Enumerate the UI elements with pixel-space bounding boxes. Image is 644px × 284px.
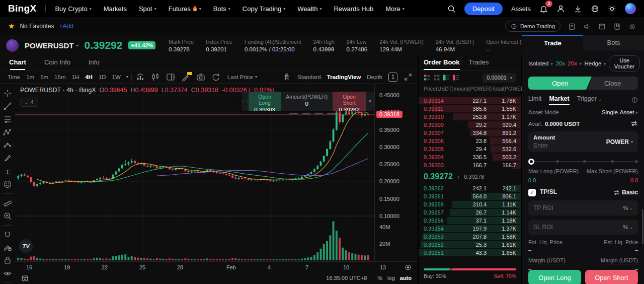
bid-row[interactable]: 0.39253207.81.58K <box>419 233 521 241</box>
sl-unit-selector[interactable]: %⌄ <box>623 224 633 230</box>
eye-icon[interactable] <box>2 268 13 278</box>
futures-doc-icon[interactable] <box>568 23 576 30</box>
precision-selector[interactable]: 0.00001 ▾ <box>482 73 516 83</box>
info-icon[interactable] <box>631 97 638 103</box>
bid-row[interactable]: 0.3925143.31.65K <box>419 249 521 257</box>
tpsl-mode-toggle[interactable]: Basic <box>613 189 638 196</box>
brand-logo[interactable]: BingX <box>8 3 36 14</box>
order-type-trigger[interactable]: Trigger ⌄ <box>577 95 602 104</box>
text-icon[interactable]: T <box>2 166 13 176</box>
ask-row[interactable]: 0.39303166.7166.7 <box>419 161 521 169</box>
nav-item-rewards-hub[interactable]: Rewards Hub <box>334 5 373 13</box>
forecast-icon[interactable] <box>2 140 13 151</box>
bid-row[interactable]: 0.39261564.0806.1 <box>419 192 521 200</box>
crosshair-icon[interactable] <box>2 88 13 98</box>
trendline-icon[interactable] <box>2 101 13 111</box>
amount-unit-selector[interactable]: POWER▾ <box>606 138 633 146</box>
mode-tradingview[interactable]: TradingView <box>327 74 361 80</box>
tradingview-logo[interactable]: TV <box>19 239 33 253</box>
mode-standard[interactable]: Standard <box>297 74 321 80</box>
reset-icon[interactable] <box>210 72 221 82</box>
brush-icon[interactable] <box>2 153 13 163</box>
ask-row[interactable]: 0.39314227.11.78K <box>419 97 521 105</box>
widget-amount[interactable]: Amount(POWER) 0 <box>281 92 333 111</box>
nav-item-copy-trading[interactable]: Copy Trading▾ <box>243 5 285 13</box>
avatar[interactable] <box>625 3 636 14</box>
orderbook-layout-both-icon[interactable] <box>424 74 431 81</box>
tab-coin-info[interactable]: Coin Info <box>44 58 70 70</box>
demo-trading-pill[interactable]: Demo Trading <box>505 21 560 32</box>
auto-scale-toggle[interactable]: auto <box>400 275 412 281</box>
announcement-icon[interactable] <box>583 23 591 30</box>
zoom-icon[interactable] <box>2 211 13 221</box>
close-icon[interactable]: × <box>366 92 374 111</box>
candlestick-plot[interactable]: POWERUSDT · 4h · BingX O0.39645 H0.43999… <box>15 84 374 261</box>
slider-handle[interactable] <box>528 159 534 165</box>
assets-link[interactable]: Assets <box>511 5 531 13</box>
camera-icon[interactable] <box>195 72 206 82</box>
order-type-market[interactable]: Market <box>549 95 569 104</box>
mode-depth[interactable]: Depth <box>367 74 382 80</box>
bid-row[interactable]: 0.39254197.91.37K <box>419 225 521 233</box>
nav-item-wealth[interactable]: Wealth▾ <box>297 5 321 13</box>
draw-icon[interactable] <box>180 72 191 82</box>
magnet-icon[interactable] <box>2 230 13 240</box>
indicators-collapse-chip[interactable]: ⌄4 <box>20 98 38 107</box>
download-app-icon[interactable] <box>574 5 582 13</box>
ask-row[interactable]: 0.39304336.5503.2 <box>419 153 521 161</box>
ask-row[interactable]: 0.3930929.2920.4 <box>419 121 521 129</box>
nav-item-bots[interactable]: Bots▾ <box>213 5 230 13</box>
bid-row[interactable]: 0.39262242.1242.1 <box>419 184 521 192</box>
nav-item-spot[interactable]: Spot▾ <box>139 5 156 13</box>
ask-row[interactable]: 0.39307334.8891.2 <box>419 129 521 137</box>
interval-1h[interactable]: 1H <box>69 73 82 81</box>
bid-row[interactable]: 0.3925225.31.61K <box>419 241 521 249</box>
percent-scale-toggle[interactable]: % <box>377 275 382 281</box>
scrollbar-thumb[interactable] <box>642 209 643 244</box>
goto-date-icon[interactable] <box>21 274 29 282</box>
interval-5m[interactable]: 5m <box>38 73 51 81</box>
fib-icon[interactable] <box>2 114 13 124</box>
tab-order-book[interactable]: Order Book <box>424 58 460 70</box>
open-long-button[interactable]: Open Long <box>528 270 581 284</box>
asset-mode-selector[interactable]: Single-Asset▸ <box>602 109 638 115</box>
rocket-icon[interactable] <box>282 73 291 82</box>
ask-row[interactable]: 0.39310252.81.17K <box>419 113 521 121</box>
fullscreen-icon[interactable] <box>404 73 413 82</box>
bid-row[interactable]: 0.39258310.41.11K <box>419 200 521 208</box>
orderbook-layout-bids-icon[interactable] <box>443 74 450 81</box>
bid-row[interactable]: 0.3925637.11.18K <box>419 217 521 225</box>
search-icon[interactable] <box>447 5 456 13</box>
use-voucher-button[interactable]: Use Voucher <box>609 55 640 72</box>
language-globe-icon[interactable] <box>591 5 599 13</box>
favorites-star-icon[interactable]: ★ <box>8 22 15 31</box>
interval-4h[interactable]: 4H <box>83 73 95 81</box>
symbol-selector[interactable]: POWERUSDT ▾ <box>25 41 78 50</box>
leverage-short[interactable]: 20x <box>568 60 577 66</box>
deposit-button[interactable]: Deposit <box>464 3 503 15</box>
lock-icon[interactable] <box>2 255 13 265</box>
nav-item-markets[interactable]: Markets <box>104 5 127 13</box>
amount-input[interactable] <box>533 142 606 149</box>
nav-item-more[interactable]: More▾ <box>385 5 405 13</box>
interval-time[interactable]: Time <box>5 73 23 81</box>
tp-unit-selector[interactable]: %⌄ <box>623 205 633 211</box>
tab-chart[interactable]: Chart <box>9 58 26 70</box>
sl-roi-input[interactable] <box>533 224 623 231</box>
log-scale-toggle[interactable]: log <box>387 275 395 281</box>
close-tab-button[interactable]: Close <box>587 77 638 90</box>
ask-row[interactable]: 0.3930623.8556.4 <box>419 137 521 145</box>
leverage-long[interactable]: 20x <box>556 60 566 66</box>
orderbook-last-price[interactable]: 0.39272 <box>424 172 453 181</box>
tab-info[interactable]: Info <box>89 58 100 70</box>
drag-handle-icon[interactable]: ⋮⋮ <box>242 92 249 111</box>
widget-open-long-button[interactable]: Open Long 0.39303 <box>249 92 281 111</box>
open-short-button[interactable]: Open Short <box>585 270 638 284</box>
tab-bots[interactable]: Bots <box>583 35 644 50</box>
bid-row[interactable]: 0.3925726.71.14K <box>419 208 521 217</box>
mark-price-link[interactable]: 0.39278 <box>464 174 484 180</box>
tab-trade[interactable]: Trade <box>522 35 583 50</box>
open-tab-button[interactable]: Open <box>528 77 592 90</box>
order-type-limit[interactable]: Limit <box>528 95 541 104</box>
chart-edit-icon[interactable] <box>165 72 176 82</box>
